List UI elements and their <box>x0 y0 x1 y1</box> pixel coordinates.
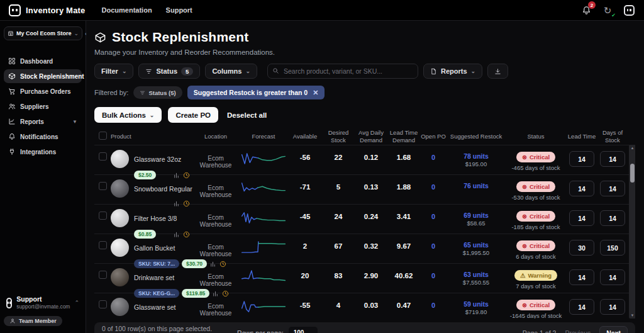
col-days-of-stock[interactable]: Days of Stock <box>597 129 628 144</box>
nav-support[interactable]: Support <box>166 6 192 14</box>
row-checkbox[interactable] <box>99 182 107 190</box>
sidebar-item-dashboard[interactable]: Dashboard <box>4 54 82 68</box>
open-po-link[interactable]: 0 <box>420 293 447 319</box>
days-of-stock-input[interactable] <box>600 299 625 315</box>
restock-units-link[interactable]: 78 units <box>447 152 506 161</box>
product-name[interactable]: Snowboard Regular <box>134 185 192 193</box>
brand[interactable]: Inventory Mate <box>9 4 86 16</box>
days-of-stock-input[interactable] <box>600 269 625 285</box>
table-header: Product Location Forecast Available Desi… <box>94 128 635 145</box>
lead-time-input[interactable] <box>569 299 594 315</box>
days-of-stock-input[interactable] <box>600 240 625 256</box>
row-checkbox[interactable] <box>99 152 107 161</box>
forecast-sparkline <box>240 209 287 227</box>
open-po-link[interactable]: 0 <box>420 205 447 239</box>
chevron-down-icon: ⌄ <box>471 68 476 74</box>
restock-units-link[interactable]: 59 units <box>447 300 506 308</box>
scroll-up-icon[interactable]: ▲ <box>629 146 635 150</box>
product-name[interactable]: Gallon Bucket <box>134 244 175 252</box>
sidebar-item-reports[interactable]: Reports ▼ <box>4 115 82 128</box>
notifications-button[interactable]: 2 <box>580 4 592 16</box>
create-po-button[interactable]: Create PO <box>168 107 218 123</box>
col-avg-daily-demand[interactable]: Avg Daily Demand <box>355 129 387 144</box>
product-name[interactable]: Glassware 32oz <box>134 155 181 163</box>
col-suggested-restock[interactable]: Suggested Restock <box>447 133 506 140</box>
lead-time-input[interactable] <box>569 181 594 196</box>
status-filter-button[interactable]: Status 5 <box>138 64 200 79</box>
forecast-line <box>259 278 286 281</box>
restock-units-link[interactable]: 76 units <box>447 181 506 190</box>
rows-per-page-select[interactable]: 100 ⌄ <box>289 327 318 333</box>
filter-button[interactable]: Filter⌄ <box>94 64 133 79</box>
row-checkbox[interactable] <box>99 300 107 308</box>
support-account-button[interactable]: Support support@invmate.com ⌃ <box>4 295 82 310</box>
page-subtitle: Manage your Inventory and Reorder Recomm… <box>94 48 635 56</box>
cart-icon <box>8 87 16 95</box>
store-selector[interactable]: My Cool Ecom Store ⌄ <box>4 26 82 40</box>
lead-time-input[interactable] <box>569 151 594 167</box>
scrollbar-thumb[interactable] <box>630 164 635 183</box>
scroll-down-icon[interactable]: ▼ <box>629 313 635 317</box>
days-of-stock-input[interactable] <box>600 151 625 167</box>
col-open-po[interactable]: Open PO <box>420 133 447 140</box>
row-checkbox[interactable] <box>99 241 107 249</box>
sync-status-button[interactable]: ↻ ✔ <box>601 4 614 16</box>
filter-chip-status[interactable]: Status (5) <box>133 86 182 99</box>
col-desired-stock[interactable]: Desired Stock <box>322 129 355 144</box>
remove-filter-icon[interactable]: ✕ <box>313 89 318 97</box>
days-of-stock-input[interactable] <box>600 210 625 226</box>
open-po-link[interactable]: 0 <box>420 175 447 207</box>
forecast-line <box>258 186 285 190</box>
product-name[interactable]: Drinkware set <box>134 274 174 281</box>
row-checkbox[interactable] <box>99 212 107 220</box>
sidebar-item-notifications[interactable]: Notifications <box>4 130 82 144</box>
lead-time-input[interactable] <box>569 210 594 226</box>
open-po-link[interactable]: 0 <box>420 264 447 298</box>
restock-units-link[interactable]: 63 units <box>447 270 506 279</box>
sidebar-item-stock-replenishment[interactable]: Stock Replenishment <box>4 69 82 83</box>
table-row: Snowboard Regular Ecom Warehouse -71 5 0… <box>94 174 635 204</box>
available-cell: -45 <box>288 205 322 239</box>
stock-table: Product Location Forecast Available Desi… <box>94 128 635 319</box>
open-po-link[interactable]: 0 <box>420 145 447 179</box>
open-po-link[interactable]: 0 <box>420 234 447 268</box>
search-input[interactable] <box>267 64 418 79</box>
restock-units-link[interactable]: 65 units <box>447 240 506 249</box>
columns-button[interactable]: Columns⌄ <box>205 64 257 79</box>
col-available[interactable]: Available <box>288 133 322 140</box>
table-row: Drinkware set SKU: KEG-G... $119.85 Ecom… <box>94 263 635 293</box>
sidebar-item-purchase-orders[interactable]: Purchase Orders <box>4 84 82 98</box>
row-checkbox[interactable] <box>99 271 107 279</box>
lead-time-input[interactable] <box>569 240 594 256</box>
col-lead-time[interactable]: Lead Time <box>566 133 597 140</box>
status-icon: ⊗ <box>522 154 527 161</box>
next-page-button[interactable]: Next <box>599 326 628 333</box>
col-status[interactable]: Status <box>506 133 566 140</box>
col-location[interactable]: Location <box>192 133 239 140</box>
bulk-actions-button[interactable]: Bulk Actions⌄ <box>94 107 162 123</box>
vertical-scrollbar[interactable]: ▲ ▼ <box>629 145 635 319</box>
product-avatar <box>111 209 129 227</box>
col-lead-time-demand[interactable]: Lead Time Demand <box>387 129 420 144</box>
available-cell: -56 <box>288 145 322 179</box>
export-button[interactable] <box>487 64 508 79</box>
reports-button[interactable]: Reports⌄ <box>423 64 482 79</box>
sidebar-item-suppliers[interactable]: Suppliers <box>4 99 82 113</box>
lead-time-input[interactable] <box>569 269 594 285</box>
sidebar-item-integrations[interactable]: Integrations <box>4 145 82 159</box>
restock-units-link[interactable]: 69 units <box>447 211 506 220</box>
product-name[interactable]: Filter Hose 3/8 <box>134 215 177 222</box>
deselect-all-button[interactable]: Deselect all <box>227 111 267 119</box>
nav-documentation[interactable]: Documentation <box>102 6 152 14</box>
forecast-line <box>258 307 286 307</box>
avg-daily-demand-cell: 0.24 <box>355 205 387 239</box>
product-name[interactable]: Glassware set <box>134 303 176 311</box>
col-forecast[interactable]: Forecast <box>239 133 288 140</box>
table-footer: 0 of 100 row(s) on this page selected. 1… <box>94 322 635 333</box>
col-product[interactable]: Product <box>111 133 192 140</box>
days-of-stock-input[interactable] <box>600 181 625 196</box>
account-avatar-button[interactable] <box>623 4 635 16</box>
previous-page-button[interactable]: Previous <box>565 329 591 333</box>
filter-chip-suggested-restock[interactable]: Suggested Restock is greater than 0 ✕ <box>187 86 325 99</box>
select-all-checkbox[interactable] <box>99 132 107 140</box>
